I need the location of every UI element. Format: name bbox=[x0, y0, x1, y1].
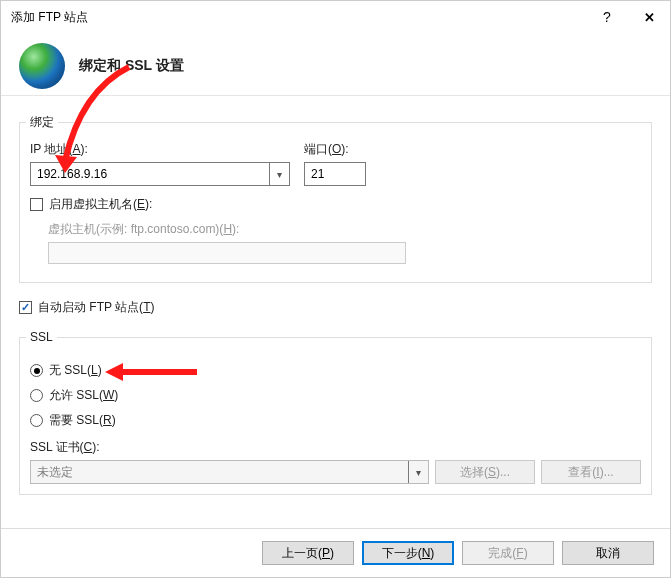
header: 绑定和 SSL 设置 bbox=[1, 33, 670, 95]
cert-value: 未选定 bbox=[31, 461, 408, 483]
titlebar-title: 添加 FTP 站点 bbox=[11, 9, 586, 26]
autostart-label: 自动启动 FTP 站点(T) bbox=[38, 299, 154, 316]
cert-select-button: 选择(S)... bbox=[435, 460, 535, 484]
ssl-none-label: 无 SSL(L) bbox=[49, 362, 102, 379]
ssl-require-label: 需要 SSL(R) bbox=[49, 412, 116, 429]
finish-button: 完成(F) bbox=[462, 541, 554, 565]
close-icon[interactable]: ✕ bbox=[628, 1, 670, 33]
dialog-add-ftp-site: 添加 FTP 站点 ? ✕ 绑定和 SSL 设置 绑定 IP 地址(A): ▾ … bbox=[0, 0, 671, 578]
next-button[interactable]: 下一步(N) bbox=[362, 541, 454, 565]
legend-ssl: SSL bbox=[26, 330, 57, 344]
vhost-example-label: 虚拟主机(示例: ftp.contoso.com)(H): bbox=[48, 221, 641, 238]
ssl-none-radio[interactable] bbox=[30, 364, 43, 377]
vhost-input-disabled bbox=[48, 242, 406, 264]
vhost-label: 启用虚拟主机名(E): bbox=[49, 196, 152, 213]
fieldset-ssl: SSL 无 SSL(L) 允许 SSL(W) 需要 SSL(R) SSL 证书(… bbox=[19, 330, 652, 495]
chevron-down-icon[interactable]: ▾ bbox=[269, 163, 289, 185]
port-input[interactable] bbox=[304, 162, 366, 186]
help-icon[interactable]: ? bbox=[586, 1, 628, 33]
cert-combobox[interactable]: 未选定 ▾ bbox=[30, 460, 429, 484]
port-label: 端口(O): bbox=[304, 141, 366, 158]
cancel-button[interactable]: 取消 bbox=[562, 541, 654, 565]
legend-binding: 绑定 bbox=[26, 114, 58, 131]
prev-button[interactable]: 上一页(P) bbox=[262, 541, 354, 565]
cert-label: SSL 证书(C): bbox=[30, 440, 100, 454]
autostart-checkbox[interactable] bbox=[19, 301, 32, 314]
ssl-allow-label: 允许 SSL(W) bbox=[49, 387, 118, 404]
ip-input[interactable] bbox=[31, 163, 269, 185]
fieldset-binding: 绑定 IP 地址(A): ▾ 端口(O): 启用虚拟主机名(E): bbox=[19, 114, 652, 283]
page-title: 绑定和 SSL 设置 bbox=[79, 57, 184, 75]
titlebar: 添加 FTP 站点 ? ✕ bbox=[1, 1, 670, 33]
globe-icon bbox=[19, 43, 65, 89]
vhost-checkbox[interactable] bbox=[30, 198, 43, 211]
cert-view-button: 查看(I)... bbox=[541, 460, 641, 484]
chevron-down-icon[interactable]: ▾ bbox=[408, 461, 428, 483]
ssl-require-radio[interactable] bbox=[30, 414, 43, 427]
content: 绑定 IP 地址(A): ▾ 端口(O): 启用虚拟主机名(E): bbox=[1, 96, 670, 495]
ssl-allow-radio[interactable] bbox=[30, 389, 43, 402]
ip-label: IP 地址(A): bbox=[30, 141, 290, 158]
footer: 上一页(P) 下一步(N) 完成(F) 取消 bbox=[1, 529, 670, 577]
ip-combobox[interactable]: ▾ bbox=[30, 162, 290, 186]
